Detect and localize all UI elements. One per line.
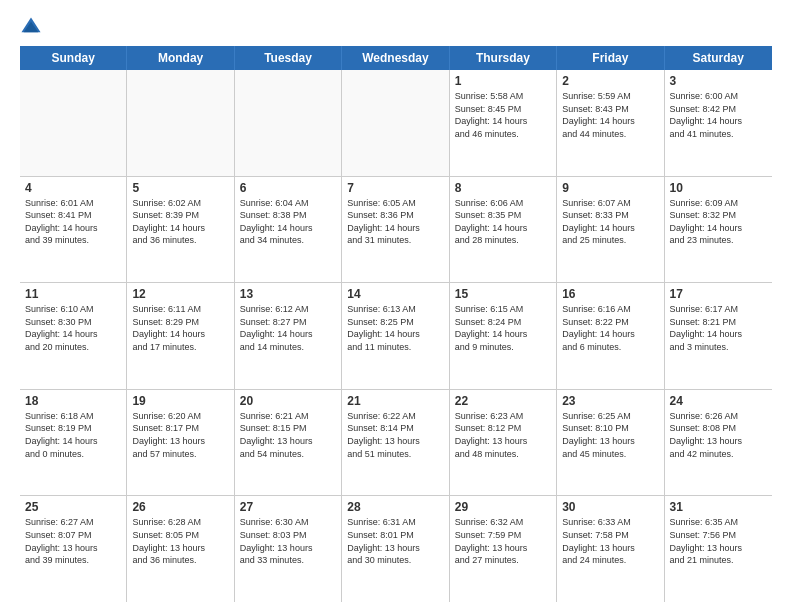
cell-text: Sunrise: 6:13 AM Sunset: 8:25 PM Dayligh… xyxy=(347,303,443,353)
day-number: 14 xyxy=(347,287,443,301)
cal-cell: 17Sunrise: 6:17 AM Sunset: 8:21 PM Dayli… xyxy=(665,283,772,389)
day-number: 31 xyxy=(670,500,767,514)
cell-text: Sunrise: 6:09 AM Sunset: 8:32 PM Dayligh… xyxy=(670,197,767,247)
day-number: 1 xyxy=(455,74,551,88)
day-number: 28 xyxy=(347,500,443,514)
day-number: 17 xyxy=(670,287,767,301)
cell-text: Sunrise: 6:12 AM Sunset: 8:27 PM Dayligh… xyxy=(240,303,336,353)
day-header-monday: Monday xyxy=(127,46,234,70)
day-number: 2 xyxy=(562,74,658,88)
cell-text: Sunrise: 6:20 AM Sunset: 8:17 PM Dayligh… xyxy=(132,410,228,460)
cell-text: Sunrise: 6:11 AM Sunset: 8:29 PM Dayligh… xyxy=(132,303,228,353)
day-number: 19 xyxy=(132,394,228,408)
day-number: 3 xyxy=(670,74,767,88)
day-number: 18 xyxy=(25,394,121,408)
day-number: 26 xyxy=(132,500,228,514)
cal-cell: 18Sunrise: 6:18 AM Sunset: 8:19 PM Dayli… xyxy=(20,390,127,496)
day-number: 12 xyxy=(132,287,228,301)
day-header-tuesday: Tuesday xyxy=(235,46,342,70)
cal-cell: 29Sunrise: 6:32 AM Sunset: 7:59 PM Dayli… xyxy=(450,496,557,602)
cell-text: Sunrise: 6:02 AM Sunset: 8:39 PM Dayligh… xyxy=(132,197,228,247)
cal-cell: 12Sunrise: 6:11 AM Sunset: 8:29 PM Dayli… xyxy=(127,283,234,389)
cal-cell: 28Sunrise: 6:31 AM Sunset: 8:01 PM Dayli… xyxy=(342,496,449,602)
day-header-saturday: Saturday xyxy=(665,46,772,70)
day-header-wednesday: Wednesday xyxy=(342,46,449,70)
cell-text: Sunrise: 6:28 AM Sunset: 8:05 PM Dayligh… xyxy=(132,516,228,566)
cal-cell: 19Sunrise: 6:20 AM Sunset: 8:17 PM Dayli… xyxy=(127,390,234,496)
week-row-4: 18Sunrise: 6:18 AM Sunset: 8:19 PM Dayli… xyxy=(20,390,772,497)
day-number: 9 xyxy=(562,181,658,195)
day-number: 23 xyxy=(562,394,658,408)
cell-text: Sunrise: 5:59 AM Sunset: 8:43 PM Dayligh… xyxy=(562,90,658,140)
cell-text: Sunrise: 6:22 AM Sunset: 8:14 PM Dayligh… xyxy=(347,410,443,460)
day-number: 15 xyxy=(455,287,551,301)
day-number: 30 xyxy=(562,500,658,514)
cell-text: Sunrise: 6:00 AM Sunset: 8:42 PM Dayligh… xyxy=(670,90,767,140)
cal-cell: 8Sunrise: 6:06 AM Sunset: 8:35 PM Daylig… xyxy=(450,177,557,283)
cell-text: Sunrise: 6:18 AM Sunset: 8:19 PM Dayligh… xyxy=(25,410,121,460)
calendar-body: 1Sunrise: 5:58 AM Sunset: 8:45 PM Daylig… xyxy=(20,70,772,602)
day-number: 13 xyxy=(240,287,336,301)
cal-cell: 24Sunrise: 6:26 AM Sunset: 8:08 PM Dayli… xyxy=(665,390,772,496)
day-number: 8 xyxy=(455,181,551,195)
week-row-2: 4Sunrise: 6:01 AM Sunset: 8:41 PM Daylig… xyxy=(20,177,772,284)
logo-icon xyxy=(20,16,42,38)
cell-text: Sunrise: 6:31 AM Sunset: 8:01 PM Dayligh… xyxy=(347,516,443,566)
cell-text: Sunrise: 6:35 AM Sunset: 7:56 PM Dayligh… xyxy=(670,516,767,566)
cell-text: Sunrise: 6:07 AM Sunset: 8:33 PM Dayligh… xyxy=(562,197,658,247)
cal-cell: 27Sunrise: 6:30 AM Sunset: 8:03 PM Dayli… xyxy=(235,496,342,602)
cell-text: Sunrise: 6:04 AM Sunset: 8:38 PM Dayligh… xyxy=(240,197,336,247)
cell-text: Sunrise: 6:25 AM Sunset: 8:10 PM Dayligh… xyxy=(562,410,658,460)
week-row-1: 1Sunrise: 5:58 AM Sunset: 8:45 PM Daylig… xyxy=(20,70,772,177)
cal-cell: 22Sunrise: 6:23 AM Sunset: 8:12 PM Dayli… xyxy=(450,390,557,496)
day-number: 5 xyxy=(132,181,228,195)
header xyxy=(20,16,772,38)
week-row-3: 11Sunrise: 6:10 AM Sunset: 8:30 PM Dayli… xyxy=(20,283,772,390)
day-number: 27 xyxy=(240,500,336,514)
cell-text: Sunrise: 6:16 AM Sunset: 8:22 PM Dayligh… xyxy=(562,303,658,353)
cal-cell: 3Sunrise: 6:00 AM Sunset: 8:42 PM Daylig… xyxy=(665,70,772,176)
day-number: 6 xyxy=(240,181,336,195)
cal-cell: 11Sunrise: 6:10 AM Sunset: 8:30 PM Dayli… xyxy=(20,283,127,389)
cal-cell xyxy=(127,70,234,176)
page: SundayMondayTuesdayWednesdayThursdayFrid… xyxy=(0,0,792,612)
week-row-5: 25Sunrise: 6:27 AM Sunset: 8:07 PM Dayli… xyxy=(20,496,772,602)
cal-cell: 25Sunrise: 6:27 AM Sunset: 8:07 PM Dayli… xyxy=(20,496,127,602)
cal-cell: 14Sunrise: 6:13 AM Sunset: 8:25 PM Dayli… xyxy=(342,283,449,389)
day-number: 20 xyxy=(240,394,336,408)
day-number: 22 xyxy=(455,394,551,408)
cal-cell: 9Sunrise: 6:07 AM Sunset: 8:33 PM Daylig… xyxy=(557,177,664,283)
cell-text: Sunrise: 6:17 AM Sunset: 8:21 PM Dayligh… xyxy=(670,303,767,353)
cal-cell xyxy=(20,70,127,176)
day-number: 7 xyxy=(347,181,443,195)
cal-cell: 16Sunrise: 6:16 AM Sunset: 8:22 PM Dayli… xyxy=(557,283,664,389)
cal-cell: 26Sunrise: 6:28 AM Sunset: 8:05 PM Dayli… xyxy=(127,496,234,602)
day-number: 16 xyxy=(562,287,658,301)
cal-cell: 4Sunrise: 6:01 AM Sunset: 8:41 PM Daylig… xyxy=(20,177,127,283)
cal-cell xyxy=(235,70,342,176)
cal-cell: 1Sunrise: 5:58 AM Sunset: 8:45 PM Daylig… xyxy=(450,70,557,176)
logo xyxy=(20,16,46,38)
calendar: SundayMondayTuesdayWednesdayThursdayFrid… xyxy=(20,46,772,602)
cell-text: Sunrise: 6:30 AM Sunset: 8:03 PM Dayligh… xyxy=(240,516,336,566)
cell-text: Sunrise: 6:27 AM Sunset: 8:07 PM Dayligh… xyxy=(25,516,121,566)
cell-text: Sunrise: 6:15 AM Sunset: 8:24 PM Dayligh… xyxy=(455,303,551,353)
cal-cell: 31Sunrise: 6:35 AM Sunset: 7:56 PM Dayli… xyxy=(665,496,772,602)
day-number: 24 xyxy=(670,394,767,408)
calendar-header: SundayMondayTuesdayWednesdayThursdayFrid… xyxy=(20,46,772,70)
cal-cell: 23Sunrise: 6:25 AM Sunset: 8:10 PM Dayli… xyxy=(557,390,664,496)
day-header-thursday: Thursday xyxy=(450,46,557,70)
cal-cell: 21Sunrise: 6:22 AM Sunset: 8:14 PM Dayli… xyxy=(342,390,449,496)
cal-cell: 6Sunrise: 6:04 AM Sunset: 8:38 PM Daylig… xyxy=(235,177,342,283)
day-number: 21 xyxy=(347,394,443,408)
cal-cell: 30Sunrise: 6:33 AM Sunset: 7:58 PM Dayli… xyxy=(557,496,664,602)
cal-cell: 20Sunrise: 6:21 AM Sunset: 8:15 PM Dayli… xyxy=(235,390,342,496)
day-number: 10 xyxy=(670,181,767,195)
day-header-sunday: Sunday xyxy=(20,46,127,70)
cal-cell xyxy=(342,70,449,176)
cell-text: Sunrise: 6:05 AM Sunset: 8:36 PM Dayligh… xyxy=(347,197,443,247)
cell-text: Sunrise: 6:33 AM Sunset: 7:58 PM Dayligh… xyxy=(562,516,658,566)
cal-cell: 7Sunrise: 6:05 AM Sunset: 8:36 PM Daylig… xyxy=(342,177,449,283)
cell-text: Sunrise: 6:10 AM Sunset: 8:30 PM Dayligh… xyxy=(25,303,121,353)
day-header-friday: Friday xyxy=(557,46,664,70)
